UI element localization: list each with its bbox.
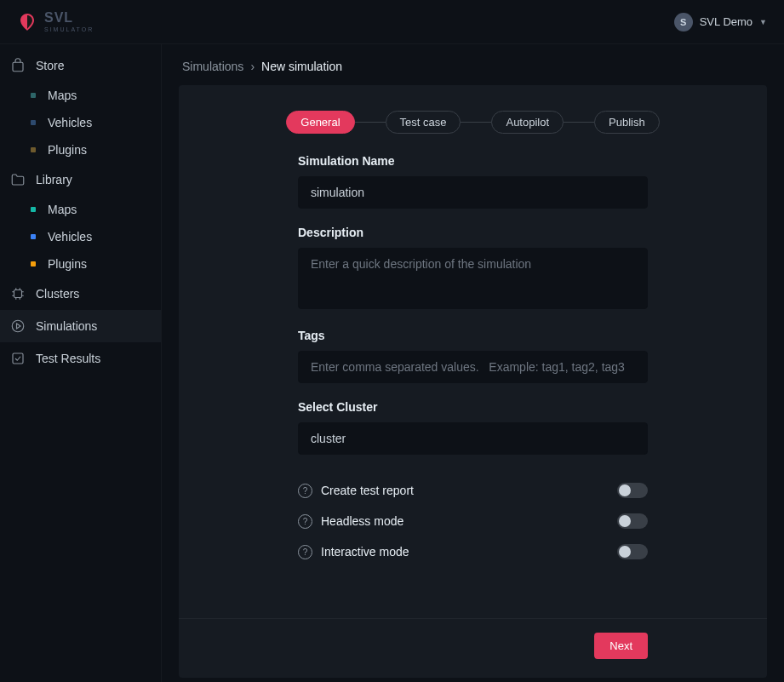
help-icon[interactable]: ? bbox=[298, 484, 312, 498]
sidebar: Store Maps Vehicles Plugins Library Maps… bbox=[0, 44, 162, 682]
tags-input[interactable] bbox=[298, 351, 648, 383]
logo[interactable]: SVL SIMULATOR bbox=[17, 11, 94, 32]
dot-icon bbox=[31, 120, 36, 125]
chip-icon bbox=[10, 286, 26, 301]
topbar: SVL SIMULATOR S SVL Demo ▼ bbox=[0, 0, 784, 44]
step-testcase[interactable]: Test case bbox=[386, 111, 461, 134]
sidebar-item-library-maps[interactable]: Maps bbox=[0, 196, 161, 223]
sidebar-item-label: Clusters bbox=[36, 287, 79, 301]
check-square-icon bbox=[10, 351, 26, 366]
sidebar-item-label: Test Results bbox=[36, 352, 100, 365]
help-icon[interactable]: ? bbox=[298, 545, 312, 559]
toggle-row-test-report: ? Create test report bbox=[298, 475, 648, 506]
sidebar-item-label: Vehicles bbox=[48, 116, 92, 129]
sidebar-item-store-plugins[interactable]: Plugins bbox=[0, 136, 161, 163]
tags-label: Tags bbox=[298, 329, 648, 342]
svg-point-2 bbox=[12, 320, 24, 332]
chevron-right-icon: › bbox=[250, 60, 255, 73]
toggle-label: Headless mode bbox=[321, 514, 609, 528]
description-input[interactable] bbox=[298, 248, 648, 309]
folder-icon bbox=[10, 172, 26, 187]
play-circle-icon bbox=[10, 318, 26, 334]
simulation-form: Simulation Name Description Tags Select … bbox=[179, 154, 767, 584]
sidebar-item-clusters[interactable]: Clusters bbox=[0, 278, 161, 310]
user-menu[interactable]: S SVL Demo ▼ bbox=[674, 13, 767, 32]
sidebar-item-label: Store bbox=[36, 59, 64, 72]
logo-text: SVL SIMULATOR bbox=[44, 11, 94, 32]
svg-rect-1 bbox=[14, 290, 22, 298]
dot-icon bbox=[31, 207, 36, 212]
svg-rect-0 bbox=[13, 62, 23, 72]
username: SVL Demo bbox=[700, 15, 753, 28]
sidebar-item-label: Maps bbox=[48, 89, 77, 102]
sidebar-item-library-plugins[interactable]: Plugins bbox=[0, 250, 161, 278]
description-label: Description bbox=[298, 226, 648, 239]
sidebar-item-label: Maps bbox=[48, 203, 77, 216]
step-general[interactable]: General bbox=[286, 111, 354, 134]
breadcrumb-parent[interactable]: Simulations bbox=[182, 60, 243, 73]
toggle-label: Create test report bbox=[321, 484, 609, 497]
sidebar-item-label: Plugins bbox=[48, 257, 87, 271]
toggle-test-report[interactable] bbox=[617, 483, 648, 498]
step-connector bbox=[355, 122, 386, 123]
dot-icon bbox=[31, 261, 36, 266]
toggle-row-interactive: ? Interactive mode bbox=[298, 536, 648, 567]
form-panel: General Test case Autopilot Publish Simu… bbox=[179, 85, 767, 678]
toggle-label: Interactive mode bbox=[321, 545, 609, 559]
stepper: General Test case Autopilot Publish bbox=[179, 85, 767, 154]
breadcrumb-current: New simulation bbox=[261, 60, 342, 73]
step-connector bbox=[461, 122, 491, 123]
next-button[interactable]: Next bbox=[594, 633, 648, 659]
toggle-interactive[interactable] bbox=[617, 544, 648, 559]
cluster-select[interactable] bbox=[298, 422, 648, 455]
logo-icon bbox=[17, 12, 37, 32]
step-connector bbox=[564, 122, 594, 123]
svg-rect-3 bbox=[13, 353, 23, 364]
bag-icon bbox=[10, 58, 26, 73]
sidebar-item-label: Plugins bbox=[48, 143, 87, 157]
sidebar-item-store-vehicles[interactable]: Vehicles bbox=[0, 109, 161, 136]
cluster-label: Select Cluster bbox=[298, 400, 648, 414]
sidebar-item-store-maps[interactable]: Maps bbox=[0, 82, 161, 109]
step-autopilot[interactable]: Autopilot bbox=[491, 111, 564, 134]
help-icon[interactable]: ? bbox=[298, 514, 312, 529]
panel-footer: Next bbox=[179, 618, 767, 678]
sidebar-item-label: Vehicles bbox=[48, 230, 92, 244]
sidebar-item-library[interactable]: Library bbox=[0, 163, 161, 196]
step-publish[interactable]: Publish bbox=[594, 111, 660, 134]
avatar: S bbox=[674, 13, 693, 32]
sidebar-item-library-vehicles[interactable]: Vehicles bbox=[0, 223, 161, 250]
sidebar-item-testresults[interactable]: Test Results bbox=[0, 342, 161, 375]
toggle-headless[interactable] bbox=[617, 513, 648, 529]
main-content: Simulations › New simulation General Tes… bbox=[162, 44, 784, 682]
sidebar-item-label: Simulations bbox=[36, 319, 97, 333]
simulation-name-input[interactable] bbox=[298, 176, 648, 209]
chevron-down-icon: ▼ bbox=[759, 18, 767, 26]
name-label: Simulation Name bbox=[298, 154, 648, 168]
sidebar-item-simulations[interactable]: Simulations bbox=[0, 310, 161, 342]
breadcrumb: Simulations › New simulation bbox=[162, 44, 784, 85]
dot-icon bbox=[31, 147, 36, 152]
dot-icon bbox=[31, 234, 36, 239]
toggle-row-headless: ? Headless mode bbox=[298, 506, 648, 536]
sidebar-item-label: Library bbox=[36, 173, 72, 186]
sidebar-item-store[interactable]: Store bbox=[0, 49, 161, 82]
dot-icon bbox=[31, 93, 36, 98]
